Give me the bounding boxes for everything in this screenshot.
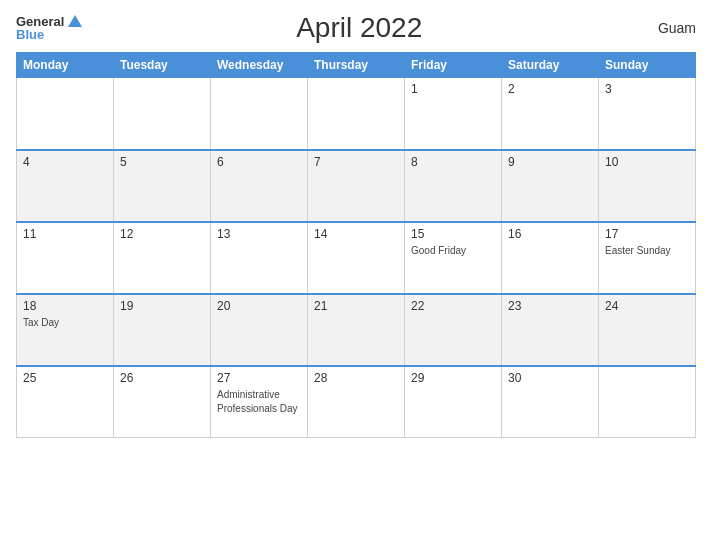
day-number: 28 [314,371,398,385]
day-number: 27 [217,371,301,385]
table-row [17,78,114,150]
week-row-4: 18Tax Day192021222324 [17,294,696,366]
table-row: 15Good Friday [405,222,502,294]
day-number: 7 [314,155,398,169]
day-number: 14 [314,227,398,241]
day-number: 1 [411,82,495,96]
table-row: 10 [599,150,696,222]
col-wednesday: Wednesday [211,53,308,78]
day-event: Tax Day [23,317,59,328]
table-row: 25 [17,366,114,438]
col-friday: Friday [405,53,502,78]
day-number: 9 [508,155,592,169]
table-row: 4 [17,150,114,222]
calendar-page: General Blue April 2022 Guam Monday Tues… [0,0,712,550]
table-row: 3 [599,78,696,150]
col-thursday: Thursday [308,53,405,78]
logo-triangle-icon [68,15,82,27]
table-row: 28 [308,366,405,438]
day-number: 18 [23,299,107,313]
table-row: 27Administrative Professionals Day [211,366,308,438]
day-event: Good Friday [411,245,466,256]
table-row: 16 [502,222,599,294]
weekday-header-row: Monday Tuesday Wednesday Thursday Friday… [17,53,696,78]
day-number: 20 [217,299,301,313]
day-number: 8 [411,155,495,169]
table-row: 1 [405,78,502,150]
day-number: 26 [120,371,204,385]
week-row-1: 123 [17,78,696,150]
day-number: 22 [411,299,495,313]
day-number: 15 [411,227,495,241]
logo: General Blue [16,15,82,41]
day-number: 25 [23,371,107,385]
table-row: 20 [211,294,308,366]
table-row: 24 [599,294,696,366]
day-number: 11 [23,227,107,241]
week-row-3: 1112131415Good Friday1617Easter Sunday [17,222,696,294]
day-number: 23 [508,299,592,313]
table-row: 26 [114,366,211,438]
table-row: 22 [405,294,502,366]
day-event: Easter Sunday [605,245,671,256]
table-row: 30 [502,366,599,438]
table-row: 11 [17,222,114,294]
table-row [211,78,308,150]
table-row: 14 [308,222,405,294]
day-number: 24 [605,299,689,313]
table-row: 6 [211,150,308,222]
table-row: 29 [405,366,502,438]
region-label: Guam [636,20,696,36]
table-row: 12 [114,222,211,294]
table-row: 18Tax Day [17,294,114,366]
col-saturday: Saturday [502,53,599,78]
calendar-title: April 2022 [82,12,636,44]
table-row: 2 [502,78,599,150]
header: General Blue April 2022 Guam [16,12,696,44]
day-number: 30 [508,371,592,385]
day-event: Administrative Professionals Day [217,389,298,414]
table-row: 17Easter Sunday [599,222,696,294]
week-row-5: 252627Administrative Professionals Day28… [17,366,696,438]
week-row-2: 45678910 [17,150,696,222]
table-row [308,78,405,150]
table-row: 21 [308,294,405,366]
day-number: 12 [120,227,204,241]
table-row [114,78,211,150]
logo-blue-text: Blue [16,28,44,41]
table-row: 9 [502,150,599,222]
table-row [599,366,696,438]
day-number: 13 [217,227,301,241]
table-row: 8 [405,150,502,222]
table-row: 5 [114,150,211,222]
day-number: 16 [508,227,592,241]
day-number: 4 [23,155,107,169]
col-monday: Monday [17,53,114,78]
day-number: 6 [217,155,301,169]
table-row: 13 [211,222,308,294]
day-number: 3 [605,82,689,96]
day-number: 29 [411,371,495,385]
day-number: 10 [605,155,689,169]
col-sunday: Sunday [599,53,696,78]
day-number: 5 [120,155,204,169]
table-row: 19 [114,294,211,366]
table-row: 7 [308,150,405,222]
table-row: 23 [502,294,599,366]
day-number: 2 [508,82,592,96]
day-number: 21 [314,299,398,313]
day-number: 17 [605,227,689,241]
col-tuesday: Tuesday [114,53,211,78]
day-number: 19 [120,299,204,313]
calendar-table: Monday Tuesday Wednesday Thursday Friday… [16,52,696,438]
